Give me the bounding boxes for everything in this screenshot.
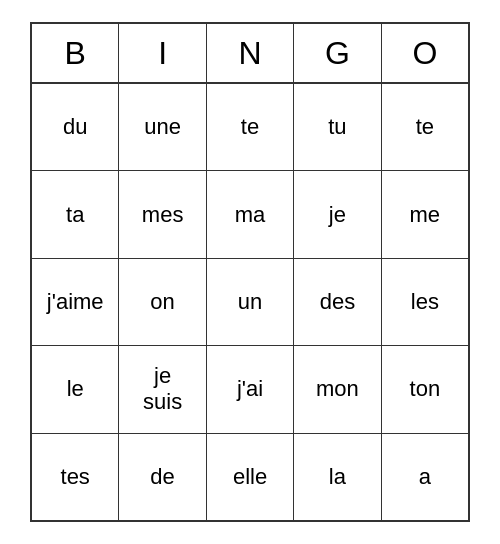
bingo-cell: on bbox=[119, 259, 206, 345]
bingo-cell: te bbox=[207, 84, 294, 170]
bingo-cell: tu bbox=[294, 84, 381, 170]
bingo-cell: la bbox=[294, 434, 381, 520]
bingo-row: tesdeellelaa bbox=[32, 434, 468, 520]
bingo-row: j'aimeonundesles bbox=[32, 259, 468, 346]
bingo-row: duunetetute bbox=[32, 84, 468, 171]
bingo-cell: du bbox=[32, 84, 119, 170]
bingo-cell: j'ai bbox=[207, 346, 294, 432]
header-letter: O bbox=[382, 24, 468, 84]
header-letter: I bbox=[119, 24, 206, 84]
bingo-cell: tes bbox=[32, 434, 119, 520]
bingo-cell: jesuis bbox=[119, 346, 206, 432]
bingo-cell: de bbox=[119, 434, 206, 520]
bingo-cell: mon bbox=[294, 346, 381, 432]
bingo-cell: mes bbox=[119, 171, 206, 257]
header-letter: G bbox=[294, 24, 381, 84]
bingo-header: BINGO bbox=[32, 24, 468, 84]
bingo-cell: je bbox=[294, 171, 381, 257]
bingo-row: lejesuisj'aimonton bbox=[32, 346, 468, 433]
bingo-cell: te bbox=[382, 84, 468, 170]
bingo-cell: une bbox=[119, 84, 206, 170]
header-letter: N bbox=[207, 24, 294, 84]
bingo-cell: j'aime bbox=[32, 259, 119, 345]
bingo-cell: le bbox=[32, 346, 119, 432]
bingo-cell: un bbox=[207, 259, 294, 345]
bingo-cell: me bbox=[382, 171, 468, 257]
bingo-body: duunetetutetamesmajemej'aimeonundeslesle… bbox=[32, 84, 468, 520]
bingo-cell: ton bbox=[382, 346, 468, 432]
header-letter: B bbox=[32, 24, 119, 84]
bingo-cell: elle bbox=[207, 434, 294, 520]
bingo-cell: les bbox=[382, 259, 468, 345]
bingo-cell: des bbox=[294, 259, 381, 345]
bingo-card: BINGO duunetetutetamesmajemej'aimeonunde… bbox=[30, 22, 470, 522]
bingo-cell: ta bbox=[32, 171, 119, 257]
bingo-cell: a bbox=[382, 434, 468, 520]
bingo-row: tamesmajeme bbox=[32, 171, 468, 258]
bingo-cell: ma bbox=[207, 171, 294, 257]
